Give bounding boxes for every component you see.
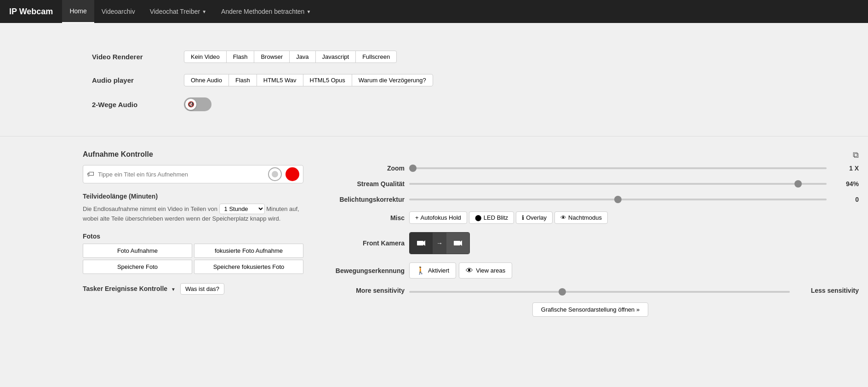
sensitivity-slider[interactable] [409, 291, 790, 293]
stream-qualitaet-slider[interactable] [409, 183, 827, 185]
fotos-title: Fotos [83, 233, 303, 240]
stream-qualitaet-value: 94% [831, 180, 859, 188]
fotos-section: Fotos Foto Aufnahme fokusierte Foto Aufn… [83, 233, 303, 274]
speichere-foto-btn[interactable]: Speichere Foto [83, 260, 192, 274]
fokusierte-foto-aufnahme-btn[interactable]: fokusierte Foto Aufnahme [194, 244, 303, 258]
btn-ohne-audio[interactable]: Ohne Audio [184, 74, 229, 86]
audio-player-btn-group: Ohne Audio Flash HTML5 Wav HTML5 Opus Wa… [184, 74, 433, 86]
nachtmodus-btn[interactable]: 👁 Nachtmodus [554, 211, 608, 224]
zoom-slider-wrap [409, 167, 827, 169]
misc-label: Misc [322, 214, 405, 222]
tasker-row: Tasker Ereignisse Kontrolle ▼ Was ist da… [83, 283, 303, 295]
navbar-brand: IP Webcam [9, 7, 53, 17]
tasker-label[interactable]: Tasker Ereignisse Kontrolle ▼ [83, 285, 176, 292]
btn-fullscreen[interactable]: Fullscreen [355, 51, 397, 63]
autofokus-hold-btn[interactable]: + Autofokus Hold [409, 211, 467, 224]
stream-qualitaet-label: Stream Qualität [322, 180, 405, 188]
fotos-grid: Foto Aufnahme fokusierte Foto Aufnahme S… [83, 244, 303, 274]
main-content: Video Renderer Kein Video Flash Browser … [0, 23, 868, 387]
svg-marker-3 [460, 240, 462, 246]
btn-java[interactable]: Java [289, 51, 315, 63]
bewegungserkennung-btns: 🚶 Aktiviert 👁 View areas [409, 262, 512, 279]
belichtungskorrektur-slider[interactable] [409, 199, 827, 200]
btn-javascript[interactable]: Javascript [315, 51, 356, 63]
camera-icon-left [410, 233, 433, 254]
btn-warum[interactable]: Warum die Verzögerung? [352, 74, 433, 86]
top-section: Video Renderer Kein Video Flash Browser … [0, 37, 868, 137]
grafische-btn[interactable]: Grafische Sensordarstellung öffnen » [532, 302, 648, 317]
overlay-btn[interactable]: ℹ Overlay [516, 211, 553, 224]
btn-html5-wav[interactable]: HTML5 Wav [257, 74, 303, 86]
belichtungskorrektur-value: 0 [831, 196, 859, 203]
andere-dropdown-arrow: ▼ [306, 9, 311, 14]
btn-browser[interactable]: Browser [254, 51, 290, 63]
recording-control: 🏷 [83, 165, 303, 183]
svg-rect-0 [417, 241, 423, 245]
mute-icon: 🔇 [188, 101, 194, 108]
belichtungskorrektur-slider-wrap [409, 199, 827, 200]
btn-flash-video[interactable]: Flash [226, 51, 255, 63]
grafische-row: Grafische Sensordarstellung öffnen » [322, 302, 859, 317]
teilvideolaenge-section: Teilvideolänge (Minuten) Die Endlosaufna… [83, 193, 303, 223]
circle-icon: ⬤ [475, 214, 482, 221]
btn-kein-video[interactable]: Kein Video [184, 51, 227, 63]
more-sensitivity-label: More sensitivity [322, 287, 405, 294]
person-icon: 🚶 [416, 266, 425, 275]
zoom-row: Zoom 1 X [322, 165, 859, 172]
aktiviert-btn[interactable]: 🚶 Aktiviert [409, 262, 456, 279]
misc-btns: + Autofokus Hold ⬤ LED Blitz ℹ Overlay 👁… [409, 211, 608, 224]
belichtungskorrektur-label: Belichtungskorrektur [322, 196, 405, 203]
two-way-audio-toggle[interactable]: 🔇 [184, 97, 211, 111]
bewegungserkennung-label: Bewegungserkennung [322, 267, 405, 274]
sensitivity-row: More sensitivity Less sensitivity [322, 287, 859, 294]
zoom-slider[interactable] [409, 167, 827, 169]
stream-qualitaet-row: Stream Qualität 94% [322, 180, 859, 188]
bottom-section: Aufnahme Kontrolle 🏷 Teilvideolänge (Min… [0, 137, 868, 330]
nav-item-andere-label: Andere Methoden betrachten [221, 8, 304, 15]
svg-marker-1 [423, 240, 425, 246]
record-button-red[interactable] [286, 167, 299, 181]
camera-switch[interactable]: → [409, 232, 470, 254]
nav-item-videochat-label: Videochat Treiber [150, 8, 200, 15]
nav-item-videochat[interactable]: Videochat Treiber ▼ [143, 0, 214, 23]
stream-qualitaet-slider-wrap [409, 183, 827, 185]
nav-item-andere[interactable]: Andere Methoden betrachten ▼ [214, 0, 318, 23]
bewegungserkennung-row: Bewegungserkennung 🚶 Aktiviert 👁 View ar… [322, 262, 859, 279]
duration-select[interactable]: 1 Stunde 30 Minuten 15 Minuten 5 Minuten [219, 204, 265, 214]
right-panel: ⧉ Zoom 1 X Stream Qualität 94% Belic [313, 150, 868, 317]
zoom-value: 1 X [831, 165, 859, 172]
view-areas-btn[interactable]: 👁 View areas [459, 262, 512, 279]
nachtmodus-label: Nachtmodus [568, 214, 602, 221]
recording-title: Aufnahme Kontrolle [83, 150, 303, 159]
btn-html5-opus[interactable]: HTML5 Opus [303, 74, 352, 86]
recording-input[interactable] [98, 171, 264, 178]
audio-player-row: Audio player Ohne Audio Flash HTML5 Wav … [92, 74, 776, 86]
was-ist-btn[interactable]: Was ist das? [180, 283, 224, 295]
external-link-icon: ⧉ [853, 150, 859, 159]
view-areas-label: View areas [476, 267, 505, 274]
desc-before: Die Endlosaufnahme nimmt ein Video in Te… [83, 205, 217, 212]
external-link-icon-wrap[interactable]: ⧉ [322, 150, 859, 160]
record-button[interactable] [268, 167, 282, 181]
camera-switch-arrow: → [433, 233, 446, 254]
eye-icon2: 👁 [466, 267, 473, 275]
video-renderer-label: Video Renderer [92, 53, 184, 61]
foto-aufnahme-btn[interactable]: Foto Aufnahme [83, 244, 192, 258]
led-blitz-btn[interactable]: ⬤ LED Blitz [469, 211, 514, 224]
plus-icon: + [415, 214, 419, 221]
teilvideolaenge-description: Die Endlosaufnahme nimmt ein Video in Te… [83, 204, 303, 223]
front-kamera-label: Front Kamera [322, 239, 405, 247]
two-way-audio-toggle-wrap: 🔇 [184, 97, 211, 111]
navbar: IP Webcam Home Videoarchiv Videochat Tre… [0, 0, 868, 23]
led-blitz-label: LED Blitz [484, 214, 508, 221]
speichere-fokusiertes-foto-btn[interactable]: Speichere fokusiertes Foto [194, 260, 303, 274]
front-kamera-row: Front Kamera → [322, 232, 859, 254]
nav-item-videoarchiv[interactable]: Videoarchiv [94, 0, 143, 23]
audio-player-label: Audio player [92, 76, 184, 84]
svg-rect-2 [454, 241, 460, 245]
tasker-label-text: Tasker Ereignisse Kontrolle [83, 285, 167, 292]
videochat-dropdown-arrow: ▼ [202, 9, 206, 14]
btn-flash-audio[interactable]: Flash [228, 74, 257, 86]
nav-item-home[interactable]: Home [62, 0, 94, 23]
belichtungskorrektur-row: Belichtungskorrektur 0 [322, 196, 859, 203]
